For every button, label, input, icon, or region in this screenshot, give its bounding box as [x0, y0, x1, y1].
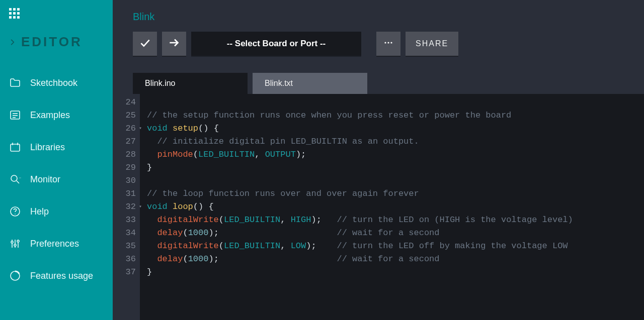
svg-point-10 [20, 177, 21, 178]
sidebar-item-label: Features usage [30, 271, 93, 281]
sketch-title[interactable]: Blink [113, 0, 644, 32]
arrow-right-icon [168, 36, 181, 51]
code-line[interactable]: digitalWrite(LED_BUILTIN, LOW); // turn … [147, 240, 644, 253]
editor-heading: EDITOR [0, 34, 113, 67]
svg-point-17 [14, 244, 16, 246]
svg-point-18 [17, 240, 19, 242]
tab-blink-ino[interactable]: Blink.ino [133, 73, 248, 94]
verify-button[interactable] [133, 32, 157, 56]
line-number: 31 [113, 187, 136, 200]
code-line[interactable]: void loop() { [147, 200, 644, 214]
sidebar-item-label: Monitor [30, 174, 60, 185]
progress-icon [9, 270, 21, 282]
code-line[interactable] [147, 174, 644, 187]
tab-label: Blink.ino [145, 79, 175, 88]
calendar-icon [9, 141, 21, 153]
sidebar-item-preferences[interactable]: Preferences [0, 228, 113, 260]
more-button[interactable] [376, 32, 400, 56]
line-number: 37 [113, 266, 136, 279]
sidebar-item-label: Preferences [30, 239, 79, 249]
sidebar-item-libraries[interactable]: Libraries [0, 131, 113, 163]
svg-line-8 [17, 181, 19, 183]
code-line[interactable]: // initialize digital pin LED_BUILTIN as… [147, 135, 644, 148]
upload-button[interactable] [162, 32, 186, 56]
line-number: 28 [113, 148, 136, 161]
line-gutter: 2425262728293031323334353637 [113, 94, 140, 320]
svg-point-9 [19, 177, 20, 178]
sidebar-item-label: Libraries [30, 142, 65, 153]
svg-point-16 [11, 241, 13, 243]
svg-point-12 [15, 214, 16, 215]
line-number: 34 [113, 227, 136, 240]
code-line[interactable]: } [147, 266, 644, 279]
code-line[interactable] [147, 96, 644, 109]
chevron-right-icon [9, 39, 16, 46]
sidebar-item-examples[interactable]: Examples [0, 99, 113, 131]
line-number: 26 [113, 122, 136, 135]
share-button[interactable]: SHARE [406, 32, 458, 56]
sidebar-item-help[interactable]: Help [0, 195, 113, 228]
check-icon [138, 36, 151, 51]
code-line[interactable]: } [147, 161, 644, 174]
svg-point-21 [384, 42, 386, 43]
code-line[interactable]: delay(1000); // wait for a second [147, 253, 644, 266]
apps-icon[interactable] [9, 8, 21, 20]
line-number: 25 [113, 109, 136, 122]
sidebar-item-features-usage[interactable]: Features usage [0, 260, 113, 292]
editor-label: EDITOR [21, 34, 83, 50]
code-content[interactable]: // the setup function runs once when you… [140, 94, 644, 320]
line-number: 36 [113, 253, 136, 266]
code-line[interactable]: // the loop function runs over and over … [147, 187, 644, 200]
code-editor[interactable]: 2425262728293031323334353637 // the setu… [113, 94, 644, 320]
main-area: Blink -- Select Board or Port -- [113, 0, 644, 320]
line-number: 32 [113, 200, 136, 214]
svg-point-23 [390, 42, 392, 43]
sidebar-nav: Sketchbook Examples Libraries Monitor [0, 67, 113, 292]
code-line[interactable]: pinMode(LED_BUILTIN, OUTPUT); [147, 148, 644, 161]
code-line[interactable]: delay(1000); // wait for a second [147, 227, 644, 240]
board-selector[interactable]: -- Select Board or Port -- [191, 32, 361, 56]
code-line[interactable]: void setup() { [147, 122, 644, 135]
tab-blink-txt[interactable]: Blink.txt [253, 73, 367, 94]
magnify-icon [9, 173, 21, 185]
help-icon [9, 205, 21, 218]
list-icon [9, 109, 21, 121]
code-line[interactable]: // the setup function runs once when you… [147, 109, 644, 122]
folder-icon [9, 77, 21, 89]
sidebar-item-label: Examples [30, 110, 70, 121]
board-selector-label: -- Select Board or Port -- [227, 39, 326, 49]
line-number: 30 [113, 174, 136, 187]
sidebar-item-sketchbook[interactable]: Sketchbook [0, 67, 113, 99]
line-number: 24 [113, 96, 136, 109]
share-label: SHARE [416, 39, 448, 48]
code-line[interactable]: digitalWrite(LED_BUILTIN, HIGH); // turn… [147, 214, 644, 227]
toolbar: -- Select Board or Port -- SHARE [113, 32, 644, 73]
line-number: 27 [113, 135, 136, 148]
more-icon [382, 37, 394, 51]
sidebar-item-label: Help [30, 206, 49, 217]
sliders-icon [9, 238, 21, 250]
sidebar-item-monitor[interactable]: Monitor [0, 163, 113, 195]
svg-point-7 [11, 175, 17, 181]
line-number: 29 [113, 161, 136, 174]
svg-point-22 [387, 42, 389, 43]
line-number: 35 [113, 240, 136, 253]
line-number: 33 [113, 214, 136, 227]
sidebar: EDITOR Sketchbook Examples Libraries [0, 0, 113, 320]
editor-tabs: Blink.ino Blink.txt [113, 73, 644, 94]
sidebar-item-label: Sketchbook [30, 78, 77, 88]
tab-label: Blink.txt [265, 79, 293, 88]
svg-rect-4 [11, 144, 20, 151]
